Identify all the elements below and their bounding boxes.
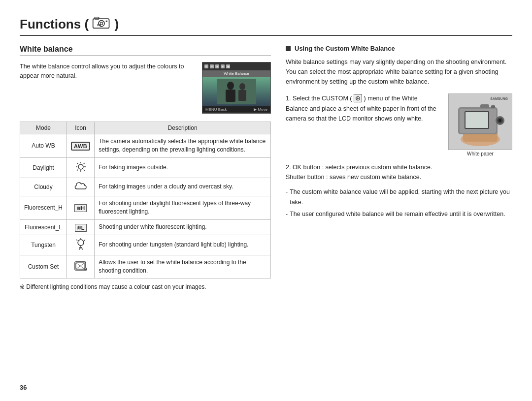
- desc-cell: For shooting under tungsten (standard li…: [95, 235, 271, 255]
- steps-section: 1. Select the CUSTOM ( ⊕ ) menu of the W…: [286, 93, 512, 156]
- mode-cell: Daylight: [20, 157, 67, 178]
- icon-cell: ≋L: [67, 219, 95, 235]
- bullet1-text: The custom white balance value will be a…: [290, 187, 512, 208]
- svg-line-16: [77, 163, 78, 164]
- desc-cell: Shooting under white fluorescent lightin…: [95, 219, 271, 235]
- step2-colon: : selects previous custom white balance.: [320, 164, 432, 171]
- step2-section: 2. OK button : selects previous custom w…: [286, 162, 512, 182]
- bullet-dash-2: -: [286, 209, 288, 219]
- svg-point-11: [78, 164, 83, 169]
- svg-line-17: [83, 169, 84, 170]
- svg-rect-6: [217, 79, 256, 104]
- custom-wb-title: Using the Custom White Balance: [286, 45, 512, 52]
- table-row: Daylight For taking images outside.: [20, 157, 271, 178]
- svg-line-19: [77, 169, 78, 170]
- desc-cell: For taking images under a cloudy and ove…: [95, 178, 271, 196]
- mode-cell: Fluorescent_H: [20, 196, 67, 219]
- mode-cell: Tungsten: [20, 235, 67, 255]
- camera-function-icon: FN: [92, 16, 111, 30]
- section-title: White balance: [20, 45, 271, 56]
- svg-rect-10: [238, 90, 246, 101]
- screen-top-bar: ⊞ ☀ ◈ ★ ▣: [202, 62, 270, 70]
- steps-text: 1. Select the CUSTOM ( ⊕ ) menu of the W…: [286, 93, 440, 156]
- desc-cell: The camera automatically selects the app…: [95, 134, 271, 158]
- step2-line1: 2. OK button : selects previous custom w…: [286, 162, 512, 172]
- svg-line-18: [83, 163, 84, 164]
- right-column: Using the Custom White Balance White bal…: [286, 45, 512, 290]
- camera-hand-container: SAMSUNG: [448, 93, 512, 156]
- svg-point-20: [78, 240, 84, 246]
- step1-icon: ⊕: [354, 94, 362, 102]
- svg-line-27: [84, 240, 85, 241]
- bullets-section: - The custom white balance value will be…: [286, 187, 512, 219]
- icon3: ◈: [215, 64, 219, 68]
- screen-icons: ⊞ ☀ ◈ ★ ▣: [204, 64, 230, 68]
- mode-cell: Cloudy: [20, 178, 67, 196]
- title-suffix: ): [115, 17, 119, 31]
- step1-label: 1. Select the CUSTOM (: [286, 95, 352, 102]
- desc-cell: For shooting under daylight fluorescent …: [95, 196, 271, 219]
- icon5: ▣: [226, 64, 230, 68]
- svg-rect-23: [79, 247, 82, 248]
- col-header-desc: Description: [95, 122, 271, 134]
- svg-rect-8: [226, 90, 235, 102]
- mode-cell: Auto WB: [20, 134, 67, 158]
- table-row: Custom Set Allows the user to set the wh…: [20, 255, 271, 278]
- couple-silhouette: [217, 79, 256, 104]
- step2-line2: Shutter button : saves new custom white …: [286, 172, 512, 182]
- icon1: ⊞: [204, 64, 208, 68]
- page-title: Functions ( FN ): [20, 15, 119, 32]
- icon-cell: [67, 235, 95, 255]
- bullet2-text: The user configured white balance will b…: [290, 209, 505, 219]
- table-row: Cloudy For taking images under a cloudy …: [20, 178, 271, 196]
- icon4: ★: [221, 64, 225, 68]
- page: Functions ( FN ) White balance The white…: [0, 0, 532, 401]
- camera-svg: [451, 97, 510, 147]
- camera-screen-preview: ⊞ ☀ ◈ ★ ▣ White Balance: [202, 62, 271, 114]
- note-text: ※ Different lighting conditions may caus…: [20, 283, 271, 290]
- step1-text: 1. Select the CUSTOM ( ⊕ ) menu of the W…: [286, 93, 440, 123]
- page-header: Functions ( FN ): [20, 15, 512, 36]
- step2b-label: Shutter button: [286, 174, 325, 181]
- svg-point-9: [239, 83, 245, 90]
- main-content: White balance The white balance control …: [20, 45, 512, 290]
- right-section-title: Using the Custom White Balance: [295, 45, 395, 52]
- fluorescent-h-icon: ≋H: [74, 204, 87, 212]
- white-paper-label: White paper: [467, 151, 494, 156]
- page-number: 36: [20, 384, 27, 391]
- icon-cell: ≋H: [67, 196, 95, 219]
- col-header-icon: Icon: [67, 122, 95, 134]
- svg-point-47: [499, 119, 501, 122]
- fluorescent-l-icon: ≋L: [75, 224, 87, 232]
- svg-line-26: [76, 240, 77, 241]
- svg-rect-43: [480, 104, 489, 108]
- bullet-dash-1: -: [286, 187, 288, 197]
- camera-hand-image: SAMSUNG: [448, 93, 512, 150]
- svg-rect-44: [491, 105, 495, 108]
- awb-icon: AWB: [71, 142, 90, 151]
- sun-icon: [75, 161, 87, 173]
- table-row: Fluorescent_H≋HFor shooting under daylig…: [20, 196, 271, 219]
- wb-table: Mode Icon Description Auto WBAWBThe came…: [20, 122, 271, 278]
- left-column: White balance The white balance control …: [20, 45, 271, 290]
- screen-bottom-bar: MENU Back ▶ Move: [202, 106, 270, 113]
- svg-rect-48: [466, 112, 488, 128]
- bullet-line-1: - The custom white balance value will be…: [286, 187, 512, 208]
- step2b-colon: : saves new custom white balance.: [325, 174, 422, 181]
- custom-wb-intro: White balance settings may vary slightly…: [286, 57, 512, 87]
- desc-cell: Allows the user to set the white balance…: [95, 255, 271, 278]
- icon-cell: [67, 157, 95, 178]
- icon-cell: [67, 178, 95, 196]
- mode-cell: Fluorescent_L: [20, 219, 67, 235]
- desc-cell: For taking images outside.: [95, 157, 271, 178]
- bullet-icon: [286, 46, 291, 51]
- table-header-row: Mode Icon Description: [20, 122, 271, 134]
- table-row: Auto WBAWBThe camera automatically selec…: [20, 134, 271, 158]
- svg-rect-4: [106, 21, 107, 22]
- tungsten-icon: [75, 238, 86, 250]
- step2-label: 2. OK button: [286, 164, 320, 171]
- screen-body: [202, 77, 270, 106]
- col-header-mode: Mode: [20, 122, 67, 134]
- bullet-line-2: - The user configured white balance will…: [286, 209, 512, 219]
- table-row: Fluorescent_L≋LShooting under white fluo…: [20, 219, 271, 235]
